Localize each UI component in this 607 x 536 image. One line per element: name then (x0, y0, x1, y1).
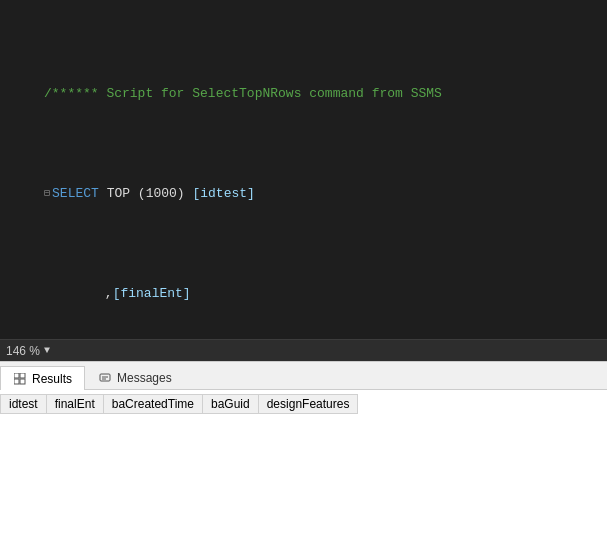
code-line-2: ⊟SELECT TOP (1000) [idtest] (44, 184, 599, 204)
code-text: [idtest] (192, 184, 254, 204)
svg-rect-1 (20, 373, 25, 378)
col-header-idtest: idtest (1, 395, 47, 414)
code-lines[interactable]: /****** Script for SelectTopNRows comman… (36, 4, 607, 335)
keyword-select: SELECT (52, 184, 99, 204)
code-text: /****** Script for SelectTopNRows comman… (44, 84, 442, 104)
tab-results-label: Results (32, 372, 72, 386)
col-header-bacreatedtime: baCreatedTime (103, 395, 202, 414)
grid-icon (13, 372, 27, 386)
code-text: [finalEnt] (113, 284, 191, 304)
svg-rect-2 (14, 379, 19, 384)
results-panel: Results Messages idtest finalEnt baCreat… (0, 361, 607, 536)
line-numbers (0, 4, 36, 335)
code-line-1: /****** Script for SelectTopNRows comman… (44, 84, 599, 104)
zoom-dropdown-button[interactable]: ▼ (44, 345, 50, 356)
results-table-area[interactable]: idtest finalEnt baCreatedTime baGuid des… (0, 390, 607, 536)
svg-rect-0 (14, 373, 19, 378)
table-header-row: idtest finalEnt baCreatedTime baGuid des… (1, 395, 358, 414)
code-text: , (105, 284, 113, 304)
code-container: /****** Script for SelectTopNRows comman… (0, 0, 607, 339)
collapse-icon[interactable]: ⊟ (44, 184, 50, 204)
col-header-finalent: finalEnt (46, 395, 103, 414)
zoom-bar: 146 % ▼ (0, 339, 607, 361)
editor-area: /****** Script for SelectTopNRows comman… (0, 0, 607, 339)
code-text: TOP (1000) (99, 184, 193, 204)
message-icon (98, 371, 112, 385)
zoom-value: 146 % (6, 344, 40, 358)
results-table: idtest finalEnt baCreatedTime baGuid des… (0, 394, 358, 414)
code-text (58, 284, 105, 304)
svg-rect-3 (20, 379, 25, 384)
code-line-3: ,[finalEnt] (44, 284, 599, 304)
tabs-bar: Results Messages (0, 362, 607, 390)
tab-messages[interactable]: Messages (85, 365, 185, 389)
tab-results[interactable]: Results (0, 366, 85, 390)
col-header-designfeatures: designFeatures (258, 395, 358, 414)
tab-messages-label: Messages (117, 371, 172, 385)
col-header-baguid: baGuid (202, 395, 258, 414)
